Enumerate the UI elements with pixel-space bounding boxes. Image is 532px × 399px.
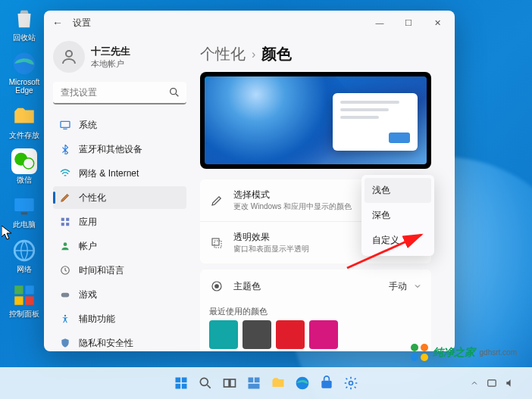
desktop-icon-wechat[interactable]: 微信 — [5, 148, 44, 184]
desktop-icon-label: 网络 — [17, 265, 32, 273]
volume-icon[interactable] — [505, 378, 515, 388]
svg-rect-9 — [25, 296, 33, 304]
color-swatch[interactable] — [309, 320, 338, 349]
settings-window: ← 设置 — ☐ ✕ 十三先生 本地帐户 系统 蓝牙和其他设 — [44, 11, 455, 351]
user-profile[interactable]: 十三先生 本地帐户 — [53, 41, 186, 73]
svg-rect-4 — [21, 213, 28, 215]
chevron-up-icon[interactable] — [470, 379, 479, 388]
setting-mode[interactable]: 选择模式 更改 Windows 和应用中显示的颜色 浅色 深色 自定义 — [200, 179, 431, 221]
sidebar-item-accessibility[interactable]: 辅助功能 — [53, 307, 186, 330]
dropdown-option-light[interactable]: 浅色 — [365, 178, 431, 203]
taskbar-edge-icon[interactable] — [293, 373, 312, 393]
dropdown-option-custom[interactable]: 自定义 — [365, 228, 431, 253]
desktop-icon-thispc[interactable]: 此电脑 — [5, 193, 44, 229]
sidebar-item-system[interactable]: 系统 — [53, 114, 186, 136]
nav-label: 游戏 — [79, 288, 97, 301]
search-input[interactable] — [53, 82, 186, 104]
svg-rect-8 — [14, 296, 23, 304]
color-preview — [200, 72, 431, 169]
minimize-button[interactable]: — — [365, 11, 394, 35]
setting-accent[interactable]: 主题色 手动 — [200, 270, 431, 303]
chevron-down-icon — [413, 282, 422, 291]
svg-rect-35 — [230, 379, 236, 387]
sidebar-item-privacy[interactable]: 隐私和安全性 — [53, 332, 186, 351]
maximize-button[interactable]: ☐ — [394, 11, 423, 35]
close-button[interactable]: ✕ — [423, 11, 452, 35]
nav-label: 辅助功能 — [79, 313, 115, 326]
setting-sub: 窗口和表面显示半透明 — [233, 244, 309, 254]
breadcrumb-current: 颜色 — [261, 44, 292, 64]
svg-rect-17 — [61, 223, 64, 226]
sidebar-item-network[interactable]: 网络 & Internet — [53, 162, 186, 185]
svg-point-11 — [171, 89, 177, 95]
dropdown-option-dark[interactable]: 深色 — [365, 203, 431, 228]
widgets-icon[interactable] — [244, 373, 264, 393]
sidebar-item-apps[interactable]: 应用 — [53, 210, 186, 233]
recent-colors-title: 最近使用的颜色 — [209, 306, 422, 317]
svg-point-10 — [66, 51, 72, 57]
breadcrumb-parent[interactable]: 个性化 — [200, 44, 246, 64]
svg-line-33 — [208, 385, 211, 388]
taskbar-store-icon[interactable] — [317, 373, 336, 393]
desktop-icon-label: 此电脑 — [13, 220, 36, 229]
desktop-icon-network[interactable]: 网络 — [5, 238, 44, 273]
sidebar-item-personalize[interactable]: 个性化 — [53, 186, 186, 209]
watermark-url: gdhsrt.com — [480, 348, 517, 357]
svg-rect-29 — [182, 378, 187, 383]
mode-dropdown: 浅色 深色 自定义 — [361, 175, 434, 256]
sidebar-item-gaming[interactable]: 游戏 — [53, 283, 186, 306]
color-swatch[interactable] — [243, 320, 271, 349]
watermark-text: 纯净之家 — [433, 346, 475, 360]
task-view-icon[interactable] — [220, 373, 239, 393]
svg-point-2 — [23, 158, 34, 169]
desktop-icon-edge[interactable]: Microsoft Edge — [5, 51, 44, 95]
desktop-icon-label: 回收站 — [13, 33, 36, 42]
svg-rect-23 — [212, 238, 219, 245]
desktop-icon-label: 控制面板 — [9, 310, 39, 318]
setting-title: 透明效果 — [233, 231, 309, 244]
color-swatch[interactable] — [209, 320, 238, 349]
taskbar-settings-icon[interactable] — [341, 373, 361, 393]
svg-rect-38 — [249, 384, 260, 389]
accent-value: 手动 — [389, 280, 407, 293]
ime-icon[interactable] — [487, 378, 497, 388]
user-type: 本地帐户 — [91, 58, 130, 70]
shield-icon — [59, 337, 71, 349]
chevron-right-icon: › — [252, 48, 255, 61]
nav-label: 时间和语言 — [79, 264, 124, 277]
avatar — [53, 41, 85, 73]
taskbar-explorer-icon[interactable] — [268, 373, 288, 393]
desktop-icon-label: 微信 — [17, 176, 32, 184]
gaming-icon — [59, 288, 71, 301]
desktop-icon-folder[interactable]: 文件存放 — [5, 104, 44, 139]
cursor-icon — [2, 226, 14, 241]
taskbar-search-icon[interactable] — [196, 373, 215, 393]
sidebar: 十三先生 本地帐户 系统 蓝牙和其他设备 网络 & Internet 个性化 应… — [44, 35, 196, 351]
setting-title: 选择模式 — [233, 189, 352, 201]
system-icon — [59, 119, 71, 131]
desktop-icon-label: Microsoft Edge — [5, 78, 44, 95]
clock-icon — [59, 264, 71, 276]
watermark: 纯净之家 gdhsrt.com — [411, 344, 517, 361]
sidebar-item-accounts[interactable]: 帐户 — [53, 235, 186, 257]
accent-value-control[interactable]: 手动 — [389, 280, 422, 293]
nav-label: 帐户 — [79, 240, 97, 253]
titlebar: ← 设置 — ☐ ✕ — [44, 11, 455, 35]
nav-label: 个性化 — [79, 192, 106, 204]
accent-icon — [209, 279, 224, 294]
sidebar-item-time[interactable]: 时间和语言 — [53, 259, 186, 282]
back-button[interactable]: ← — [47, 17, 68, 29]
desktop-icon-recycle[interactable]: 回收站 — [5, 6, 44, 42]
start-button[interactable] — [171, 373, 191, 393]
svg-rect-28 — [176, 378, 181, 383]
recent-colors — [200, 317, 431, 351]
breadcrumb: 个性化 › 颜色 — [200, 44, 441, 64]
taskbar-tray[interactable] — [470, 378, 523, 388]
svg-rect-3 — [14, 198, 34, 211]
color-swatch[interactable] — [276, 320, 305, 349]
svg-rect-31 — [182, 384, 187, 389]
desktop-icon-controlpanel[interactable]: 控制面板 — [5, 282, 44, 318]
svg-rect-15 — [61, 218, 64, 221]
search-box — [53, 82, 186, 104]
sidebar-item-bluetooth[interactable]: 蓝牙和其他设备 — [53, 138, 186, 161]
